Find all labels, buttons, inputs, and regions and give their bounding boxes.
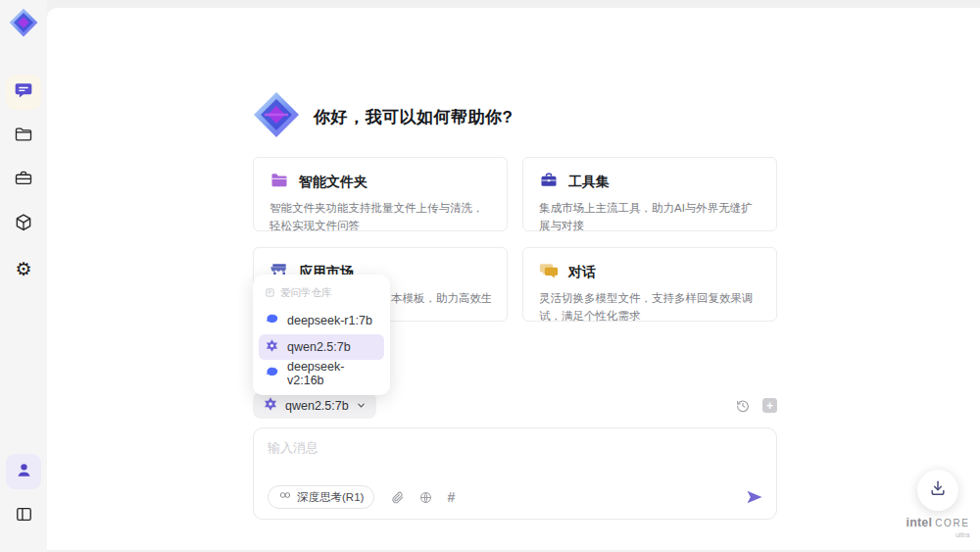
download-button[interactable] [917, 470, 958, 511]
briefcase-icon [14, 169, 33, 192]
sidebar-item-settings[interactable]: ⚙ [6, 251, 41, 286]
qwen-icon [263, 396, 278, 416]
hash-icon[interactable]: # [447, 489, 454, 505]
greeting-row: 你好，我可以如何帮助你? [253, 93, 777, 140]
user-icon [15, 461, 33, 483]
card-title: 对话 [568, 264, 596, 281]
new-chat-icon[interactable]: + [762, 398, 777, 413]
smart-folder-icon [270, 171, 289, 194]
chat-actions: + [735, 398, 777, 414]
repository-icon [265, 284, 275, 302]
sidebar-item-collapse[interactable] [6, 498, 41, 533]
composer-icons: # [390, 489, 454, 505]
card-description: 灵活切换多模型文件，支持多样回复效果调试，满足个性化需求 [539, 290, 760, 326]
globe-icon[interactable] [418, 490, 433, 505]
card-head: 工具集 [539, 171, 760, 194]
floating-corner: intel CORE ultra [907, 470, 968, 538]
card-title: 智能文件夹 [299, 174, 368, 191]
model-option-deepseek-r1[interactable]: deepseek-r1:7b [259, 308, 384, 333]
model-selector-label: qwen2.5:7b [285, 399, 349, 413]
ultra-tier-text: ultra [906, 531, 970, 539]
card-title: 工具集 [568, 174, 610, 191]
paperclip-icon[interactable] [390, 490, 405, 505]
deepseek-whale-icon [265, 312, 279, 329]
card-description: 智能文件夹功能支持批量文件上传与清洗，轻松实现文件问答 [270, 200, 491, 235]
greeting-text: 你好，我可以如何帮助你? [314, 106, 513, 128]
folder-icon [14, 125, 33, 148]
model-dropdown: 爱问学仓库 deepseek-r1:7b qwen2.5:7b [253, 275, 390, 395]
history-icon[interactable] [735, 398, 751, 414]
gear-icon: ⚙ [15, 260, 31, 278]
sidebar-item-toolbox[interactable] [6, 163, 41, 198]
model-dropdown-header-label: 爱问学仓库 [280, 286, 332, 300]
message-input[interactable] [268, 439, 762, 478]
chevron-down-icon [356, 397, 367, 415]
model-dropdown-header: 爱问学仓库 [259, 282, 384, 308]
deep-think-toggle[interactable]: 深度思考(R1) [268, 485, 374, 509]
message-composer: 深度思考(R1) # [253, 427, 777, 520]
send-button[interactable] [745, 487, 764, 507]
content-area: 你好，我可以如何帮助你? 智能文件夹 智能文件夹功能支持批量文件上传与清洗，轻松… [253, 93, 777, 520]
card-description: 集成市场上主流工具，助力AI与外界无缝扩展与对接 [539, 200, 760, 235]
model-option-deepseek-v2[interactable]: deepseek-v2:16b [259, 361, 384, 386]
model-selector-button[interactable]: qwen2.5:7b [253, 392, 376, 419]
card-head: 对话 [539, 261, 760, 284]
model-option-qwen[interactable]: qwen2.5:7b [259, 334, 384, 360]
sidebar: ⚙ [0, 0, 47, 552]
intel-core-badge: intel CORE ultra [906, 517, 970, 538]
selector-row: qwen2.5:7b + [253, 392, 777, 419]
composer-toolbar: 深度思考(R1) # [268, 485, 764, 509]
core-product-text: CORE [935, 519, 969, 528]
model-option-label: qwen2.5:7b [287, 340, 351, 354]
model-option-label: deepseek-r1:7b [287, 314, 372, 327]
chat-bubbles-icon [539, 261, 559, 284]
card-toolbox[interactable]: 工具集 集成市场上主流工具，助力AI与外界无缝扩展与对接 [522, 157, 777, 231]
sidebar-item-models[interactable] [6, 207, 41, 242]
card-chat[interactable]: 对话 灵活切换多模型文件，支持多样回复效果调试，满足个性化需求 [522, 247, 777, 322]
deep-think-icon [278, 488, 292, 506]
intel-brand-text: intel [906, 517, 933, 529]
download-icon [928, 478, 948, 502]
sidebar-item-chat[interactable] [6, 75, 41, 110]
chat-icon [14, 80, 33, 104]
deep-think-label: 深度思考(R1) [297, 490, 364, 505]
card-smart-folder[interactable]: 智能文件夹 智能文件夹功能支持批量文件上传与清洗，轻松实现文件问答 [253, 157, 508, 231]
cube-icon [14, 213, 33, 236]
app-logo-icon [9, 8, 38, 37]
qwen-icon [265, 338, 279, 356]
sidebar-item-files[interactable] [6, 119, 41, 154]
panel-collapse-icon [15, 505, 33, 527]
card-head: 智能文件夹 [270, 171, 491, 194]
deepseek-whale-icon [265, 365, 279, 382]
app-logo-large-icon [253, 91, 300, 142]
toolbox-icon [539, 171, 559, 194]
model-option-label: deepseek-v2:16b [287, 360, 378, 387]
sidebar-item-user[interactable] [6, 454, 41, 489]
main-panel: 你好，我可以如何帮助你? 智能文件夹 智能文件夹功能支持批量文件上传与清洗，轻松… [47, 8, 980, 550]
